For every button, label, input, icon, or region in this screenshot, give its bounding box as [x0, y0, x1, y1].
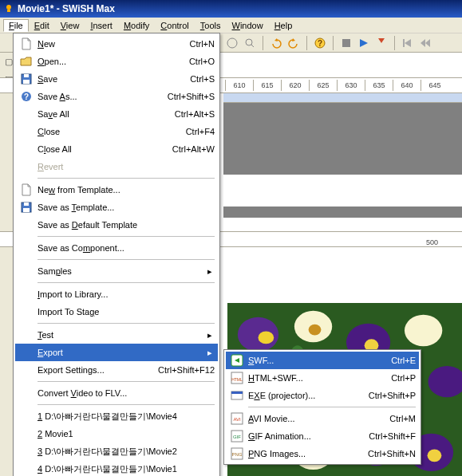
- file-menu-item-29[interactable]: 4 D:\아빠거란다\물결만들기\Movie1: [15, 460, 218, 476]
- blank-icon: [18, 305, 34, 319]
- export-submenu-item-6[interactable]: PNGPNG Images...Ctrl+Shift+N: [226, 445, 419, 462]
- export-submenu-item-1[interactable]: HTMLHTML+SWF...Ctrl+P: [226, 369, 419, 387]
- rewind-start-icon[interactable]: [399, 35, 417, 51]
- blank-icon: [18, 124, 34, 139]
- export-submenu-shortcut: Ctrl+Shift+P: [369, 391, 416, 400]
- export-submenu-label: GIF Animation...: [248, 431, 364, 441]
- blank-icon: [18, 386, 34, 400]
- ruler-tick: 625: [309, 80, 337, 91]
- file-menu-shortcut: Ctrl+Alt+S: [175, 109, 215, 119]
- stage-strip: [223, 207, 462, 218]
- menubar-item-0[interactable]: File: [3, 19, 29, 32]
- svg-rect-44: [231, 391, 243, 394]
- save-icon: [18, 72, 34, 86]
- blank-icon: [18, 218, 34, 232]
- app-icon: [3, 3, 14, 14]
- file-menu-item-26[interactable]: 1 D:\아빠거란다\물결만들기\Movie4: [15, 407, 218, 425]
- rewind-icon[interactable]: [417, 35, 434, 51]
- svg-text:?: ?: [24, 92, 29, 101]
- file-menu: NewCtrl+NOpen...Ctrl+OSaveCtrl+S?Save As…: [13, 33, 220, 476]
- svg-point-16: [405, 315, 442, 346]
- export-submenu-item-0[interactable]: SWF...Ctrl+E: [226, 352, 419, 369]
- blank-icon: [18, 409, 34, 423]
- svg-text:AVI: AVI: [233, 417, 241, 422]
- file-menu-item-11[interactable]: Save as Default Template: [15, 216, 218, 234]
- file-menu-label: Revert: [38, 162, 215, 171]
- blank-icon: [18, 287, 34, 301]
- svg-text:GIF: GIF: [233, 435, 241, 439]
- file-icon: [18, 37, 34, 51]
- menubar-item-2[interactable]: View: [55, 19, 85, 32]
- file-menu-item-4[interactable]: Save AllCtrl+Alt+S: [15, 105, 218, 123]
- menubar-item-4[interactable]: Modify: [118, 19, 155, 32]
- file-menu-item-5[interactable]: CloseCtrl+F4: [15, 123, 218, 140]
- help-icon: ?: [18, 89, 34, 104]
- blank-icon: [18, 427, 34, 441]
- file-menu-item-2[interactable]: SaveCtrl+S: [15, 70, 218, 88]
- file-menu-item-13[interactable]: Save as Component...: [15, 239, 218, 257]
- menubar-item-1[interactable]: Edit: [29, 19, 55, 32]
- file-menu-item-22[interactable]: Export Settings...Ctrl+Shift+F12: [15, 361, 218, 379]
- file-menu-label: Save as Component...: [38, 243, 215, 253]
- file-menu-item-17[interactable]: Import to Library...: [15, 285, 218, 303]
- help-icon[interactable]: ?: [311, 35, 329, 51]
- menubar-item-3[interactable]: Insert: [85, 19, 118, 32]
- undo-icon[interactable]: [267, 35, 285, 51]
- svg-rect-33: [24, 74, 29, 77]
- file-menu-item-9[interactable]: New from Template...: [15, 181, 218, 199]
- menubar-item-6[interactable]: Tools: [195, 19, 227, 32]
- avi-icon: AVI: [229, 411, 245, 426]
- file-menu-item-27[interactable]: 2 Movie1: [15, 425, 218, 443]
- ruler-tick: 645: [421, 80, 448, 91]
- export-submenu-item-4[interactable]: AVIAVI Movie...Ctrl+M: [226, 410, 419, 427]
- file-menu-item-20[interactable]: Test▸: [15, 326, 218, 344]
- file-menu-shortcut: Ctrl+N: [190, 39, 215, 49]
- timeline-track[interactable]: [223, 93, 462, 103]
- export-submenu-item-5[interactable]: GIFGIF Animation...Ctrl+Shift+F: [226, 427, 419, 445]
- file-menu-label: 4 D:\아빠거란다\물결만들기\Movie1: [38, 463, 215, 475]
- file-menu-item-1[interactable]: Open...Ctrl+O: [15, 53, 218, 70]
- file-menu-label: Test: [38, 330, 202, 340]
- export-submenu-shortcut: Ctrl+Shift+F: [369, 431, 416, 441]
- export-submenu-item-2[interactable]: EXE (projector)...Ctrl+Shift+P: [226, 387, 419, 404]
- ruler-tick: 620: [281, 80, 309, 91]
- file-menu-item-24[interactable]: Convert Video to FLV...: [15, 384, 218, 402]
- file-menu-item-21[interactable]: Export▸: [15, 344, 218, 361]
- file-menu-item-18[interactable]: Import To Stage: [15, 303, 218, 321]
- save-icon: [18, 200, 34, 214]
- blank-icon: [18, 142, 34, 156]
- blank-icon: [18, 107, 34, 121]
- file-menu-label: Convert Video to FLV...: [38, 388, 215, 398]
- submenu-arrow-icon: ▸: [205, 348, 215, 358]
- redo-icon[interactable]: [285, 35, 302, 51]
- file-menu-item-15[interactable]: Samples▸: [15, 262, 218, 280]
- file-menu-label: 3 D:\아빠거란다\물결만들기\Movie2: [38, 446, 215, 458]
- file-menu-shortcut: Ctrl+O: [189, 57, 215, 66]
- file-menu-item-0[interactable]: NewCtrl+N: [15, 35, 218, 53]
- marker-icon[interactable]: [373, 35, 390, 51]
- menubar-item-7[interactable]: Window: [227, 19, 269, 32]
- blank-icon: [18, 264, 34, 278]
- file-menu-shortcut: Ctrl+Shift+F12: [158, 365, 215, 375]
- ruler-tick: 630: [337, 80, 365, 91]
- svg-line-4: [251, 45, 254, 47]
- titlebar-text: Movie1* - SWiSH Max: [18, 3, 115, 14]
- play-icon[interactable]: [223, 35, 241, 51]
- blank-icon: [18, 444, 34, 458]
- zoom-icon[interactable]: [241, 35, 259, 51]
- menubar-item-5[interactable]: Control: [155, 19, 194, 32]
- stop-icon[interactable]: [338, 35, 355, 51]
- file-menu-item-28[interactable]: 3 D:\아빠거란다\물결만들기\Movie2: [15, 443, 218, 460]
- file-menu-label: Open...: [38, 57, 184, 66]
- file-menu-label: 1 D:\아빠거란다\물결만들기\Movie4: [38, 411, 215, 423]
- menubar-item-8[interactable]: Help: [269, 19, 298, 32]
- export-submenu: SWF...Ctrl+EHTMLHTML+SWF...Ctrl+PEXE (pr…: [223, 349, 421, 465]
- file-menu-item-3[interactable]: ?Save As...Ctrl+Shift+S: [15, 88, 218, 105]
- svg-point-13: [309, 325, 322, 336]
- file-menu-item-6[interactable]: Close AllCtrl+Alt+W: [15, 140, 218, 158]
- file-menu-item-10[interactable]: Save as Template...: [15, 199, 218, 216]
- menubar: FileEditViewInsertModifyControlToolsWind…: [0, 18, 462, 33]
- play-forward-icon[interactable]: [355, 35, 373, 51]
- ruler-tick: 610: [225, 80, 253, 91]
- file-menu-label: Save As...: [38, 92, 163, 101]
